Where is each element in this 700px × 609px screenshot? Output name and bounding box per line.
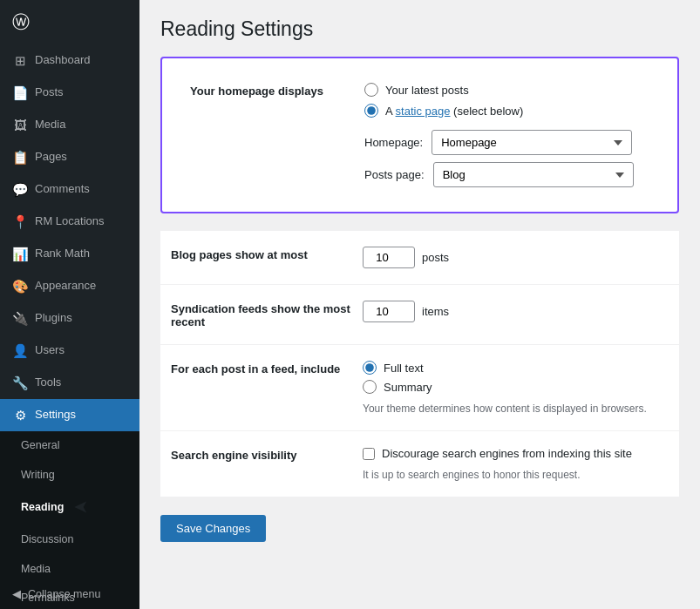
sidebar-item-plugins[interactable]: 🔌 Plugins bbox=[0, 302, 139, 335]
homepage-select-label: Homepage: bbox=[364, 136, 423, 149]
feed-include-row: For each post in a feed, include Full te… bbox=[160, 345, 679, 431]
full-text-radio[interactable] bbox=[363, 361, 377, 375]
collapse-menu-button[interactable]: ◀ Collapse menu bbox=[0, 579, 139, 609]
summary-radio[interactable] bbox=[363, 380, 377, 394]
sidebar-item-label: Tools bbox=[35, 375, 61, 390]
posts-page-select-row: Posts page: Blog Homepage About Contact bbox=[364, 162, 649, 187]
search-visibility-label: Search engine visibility bbox=[171, 447, 363, 462]
submenu-item-discussion[interactable]: Discussion bbox=[0, 525, 139, 555]
sidebar-item-posts[interactable]: 📄 Posts bbox=[0, 77, 139, 109]
main-content: Reading Settings Your homepage displays … bbox=[139, 0, 700, 609]
blog-pages-control: posts bbox=[363, 247, 449, 268]
posts-page-select[interactable]: Blog Homepage About Contact bbox=[433, 162, 634, 187]
search-visibility-checkbox[interactable] bbox=[363, 448, 375, 460]
a-text: A bbox=[385, 105, 392, 118]
sidebar-item-label: Rank Math bbox=[35, 246, 90, 261]
latest-posts-radio[interactable] bbox=[364, 83, 378, 97]
blog-pages-suffix: posts bbox=[422, 251, 449, 264]
reading-arrow-icon: ➤ bbox=[74, 497, 87, 518]
sidebar-item-rank-math[interactable]: 📊 Rank Math bbox=[0, 238, 139, 270]
static-page-label: A static page (select below) bbox=[385, 105, 523, 118]
comments-icon: 💬 bbox=[12, 180, 28, 199]
sidebar-item-pages[interactable]: 📋 Pages bbox=[0, 141, 139, 173]
discourage-checkbox-row[interactable]: Discourage search engines from indexing … bbox=[363, 447, 632, 460]
sidebar-item-media[interactable]: 🖼 Media bbox=[0, 109, 139, 141]
search-visibility-note: It is up to search engines to honor this… bbox=[363, 469, 580, 481]
sidebar-item-rm-locations[interactable]: 📍 RM Locations bbox=[0, 206, 139, 238]
submenu-item-general[interactable]: General bbox=[0, 431, 139, 461]
homepage-select[interactable]: Homepage Blog About Contact bbox=[432, 130, 632, 155]
search-visibility-row: Search engine visibility Discourage sear… bbox=[160, 431, 679, 497]
static-page-link[interactable]: static page bbox=[396, 105, 451, 118]
homepage-select-row: Homepage: Homepage Blog About Contact bbox=[364, 130, 649, 155]
wordpress-icon: ⓦ bbox=[12, 10, 30, 34]
blog-pages-row: Blog pages show at most posts bbox=[160, 231, 679, 285]
submenu-label: Reading bbox=[21, 500, 64, 516]
submenu-item-writing[interactable]: Writing bbox=[0, 461, 139, 491]
tools-icon: 🔧 bbox=[12, 374, 28, 392]
syndication-input[interactable] bbox=[363, 301, 415, 322]
collapse-icon: ◀ bbox=[12, 587, 21, 600]
blog-pages-input[interactable] bbox=[363, 247, 415, 268]
syndication-label: Syndication feeds show the most recent bbox=[171, 301, 363, 328]
syndication-control: items bbox=[363, 301, 449, 322]
sidebar-item-label: Comments bbox=[35, 181, 90, 197]
homepage-display-controls: Your latest posts A static page (select … bbox=[357, 74, 656, 196]
sidebar-item-label: Media bbox=[35, 117, 65, 132]
wp-logo: ⓦ bbox=[0, 0, 139, 44]
sidebar-item-appearance[interactable]: 🎨 Appearance bbox=[0, 270, 139, 302]
feed-include-control: Full text Summary Your theme determines … bbox=[363, 361, 647, 415]
save-changes-button[interactable]: Save Changes bbox=[160, 515, 266, 542]
collapse-label: Collapse menu bbox=[28, 588, 100, 600]
sidebar-item-label: Pages bbox=[35, 149, 67, 165]
summary-option[interactable]: Summary bbox=[363, 380, 432, 394]
homepage-table: Your homepage displays Your latest posts… bbox=[183, 74, 656, 196]
sidebar-item-label: RM Locations bbox=[35, 213, 104, 229]
media-icon: 🖼 bbox=[12, 116, 28, 134]
feed-note: Your theme determines how content is dis… bbox=[363, 403, 647, 415]
sidebar-item-label: Posts bbox=[35, 85, 64, 100]
sidebar-item-label: Settings bbox=[35, 407, 76, 423]
sidebar-item-label: Appearance bbox=[35, 278, 96, 294]
submenu-item-reading[interactable]: Reading ➤ bbox=[0, 490, 139, 525]
sidebar-item-label: Users bbox=[35, 342, 65, 358]
dashboard-icon: ⊞ bbox=[12, 51, 28, 70]
sidebar: ⓦ ⊞ Dashboard 📄 Posts 🖼 Media 📋 Pages 💬 … bbox=[0, 0, 139, 609]
submenu-label: Discussion bbox=[21, 532, 73, 548]
full-text-option[interactable]: Full text bbox=[363, 361, 424, 375]
submenu-label: Writing bbox=[21, 468, 55, 484]
users-icon: 👤 bbox=[12, 342, 28, 360]
syndication-suffix: items bbox=[422, 305, 449, 318]
latest-posts-label: Your latest posts bbox=[385, 84, 469, 97]
static-page-option[interactable]: A static page (select below) bbox=[364, 104, 649, 118]
settings-icon: ⚙ bbox=[12, 406, 28, 424]
static-page-radio[interactable] bbox=[364, 104, 378, 118]
feed-include-label: For each post in a feed, include bbox=[171, 361, 363, 376]
plugins-icon: 🔌 bbox=[12, 309, 28, 328]
page-title: Reading Settings bbox=[160, 17, 679, 41]
latest-posts-option[interactable]: Your latest posts bbox=[364, 83, 649, 97]
homepage-display-row: Your homepage displays Your latest posts… bbox=[183, 74, 656, 196]
posts-icon: 📄 bbox=[12, 84, 28, 102]
homepage-radio-group: Your latest posts A static page (select … bbox=[364, 83, 649, 118]
homepage-display-label: Your homepage displays bbox=[183, 74, 357, 196]
rank-math-icon: 📊 bbox=[12, 245, 28, 263]
sidebar-item-label: Plugins bbox=[35, 310, 72, 326]
summary-label: Summary bbox=[384, 381, 432, 394]
syndication-row: Syndication feeds show the most recent i… bbox=[160, 285, 679, 345]
sidebar-item-users[interactable]: 👤 Users bbox=[0, 335, 139, 367]
sidebar-item-settings[interactable]: ⚙ Settings bbox=[0, 399, 139, 431]
full-text-label: Full text bbox=[384, 362, 424, 375]
sidebar-item-dashboard[interactable]: ⊞ Dashboard bbox=[0, 44, 139, 77]
pages-icon: 📋 bbox=[12, 148, 28, 166]
sidebar-item-label: Dashboard bbox=[35, 52, 91, 68]
select-below-text: (select below) bbox=[453, 105, 523, 118]
homepage-display-section: Your homepage displays Your latest posts… bbox=[160, 57, 679, 213]
submenu-label: Media bbox=[21, 562, 51, 578]
posts-page-select-label: Posts page: bbox=[364, 168, 425, 181]
sidebar-item-tools[interactable]: 🔧 Tools bbox=[0, 367, 139, 399]
blog-pages-label: Blog pages show at most bbox=[171, 247, 363, 261]
submenu-label: General bbox=[21, 438, 59, 454]
sidebar-item-comments[interactable]: 💬 Comments bbox=[0, 173, 139, 206]
location-icon: 📍 bbox=[12, 213, 28, 231]
